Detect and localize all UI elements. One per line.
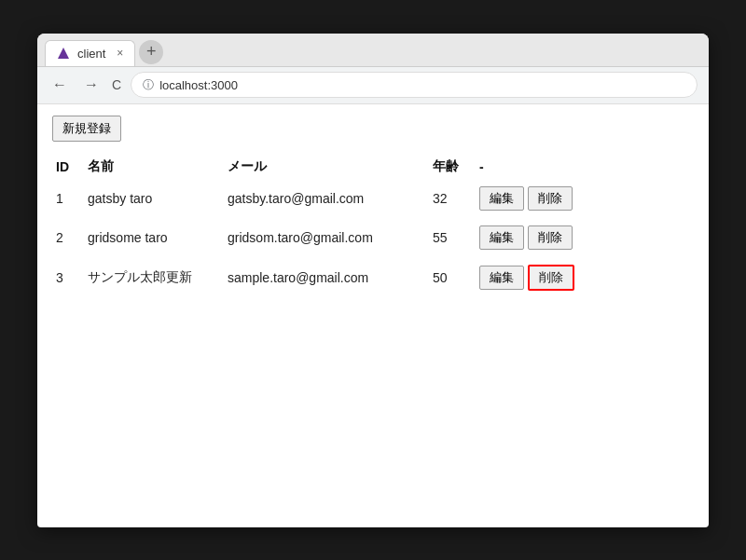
url-bar[interactable]: ⓘ localhost:3000: [131, 72, 698, 98]
delete-button[interactable]: 削除: [528, 225, 573, 250]
cell-name: gatsby taro: [80, 179, 220, 218]
header-age: 年齢: [425, 155, 472, 179]
cell-actions: 編集削除: [472, 179, 694, 218]
reload-button[interactable]: C: [112, 77, 121, 92]
table-row: 3サンプル太郎更新sample.taro@gmail.com50編集削除: [52, 257, 694, 298]
tab-title: client: [77, 47, 105, 61]
cell-age: 32: [425, 179, 472, 218]
url-text: localhost:3000: [159, 78, 238, 92]
tab-close-button[interactable]: ×: [117, 47, 123, 60]
header-actions: -: [472, 155, 694, 179]
cell-actions: 編集削除: [472, 257, 694, 298]
cell-age: 50: [425, 257, 472, 298]
register-button[interactable]: 新規登録: [52, 116, 121, 142]
header-id: ID: [52, 155, 80, 179]
browser-tab[interactable]: client ×: [45, 40, 135, 66]
cell-id: 3: [52, 257, 80, 298]
edit-button[interactable]: 編集: [479, 225, 524, 250]
data-table: ID 名前 メール 年齢 - 1gatsby tarogatsby.taro@g…: [52, 155, 694, 298]
cell-id: 1: [52, 179, 80, 218]
back-button[interactable]: ←: [48, 75, 71, 95]
table-header-row: ID 名前 メール 年齢 -: [52, 155, 694, 179]
header-name: 名前: [80, 155, 220, 179]
edit-button[interactable]: 編集: [479, 266, 524, 290]
address-bar: ← → C ⓘ localhost:3000: [37, 67, 709, 104]
cell-email: gatsby.taro@gmail.com: [220, 179, 425, 218]
cell-name: gridsome taro: [80, 218, 220, 257]
cell-email: gridsom.taro@gmail.com: [220, 218, 425, 257]
cell-email: sample.taro@gmail.com: [220, 257, 425, 298]
url-security-icon: ⓘ: [143, 77, 154, 93]
table-row: 1gatsby tarogatsby.taro@gmail.com32編集削除: [52, 179, 694, 218]
new-tab-button[interactable]: +: [139, 40, 163, 64]
tab-icon: [57, 47, 70, 60]
delete-button[interactable]: 削除: [528, 186, 573, 211]
cell-age: 55: [425, 218, 472, 257]
header-email: メール: [220, 155, 425, 179]
edit-button[interactable]: 編集: [479, 186, 524, 211]
title-bar: client × +: [37, 34, 709, 67]
forward-button[interactable]: →: [80, 75, 103, 95]
cell-id: 2: [52, 218, 80, 257]
cell-name: サンプル太郎更新: [80, 257, 220, 298]
browser-window: client × + ← → C ⓘ localhost:3000 新規登録 I…: [37, 34, 709, 527]
page-content: 新規登録 ID 名前 メール 年齢 - 1gatsby tarogatsby.t…: [37, 104, 709, 527]
cell-actions: 編集削除: [472, 218, 694, 257]
delete-button[interactable]: 削除: [528, 265, 574, 291]
table-row: 2gridsome tarogridsom.taro@gmail.com55編集…: [52, 218, 694, 257]
svg-marker-0: [58, 48, 69, 59]
